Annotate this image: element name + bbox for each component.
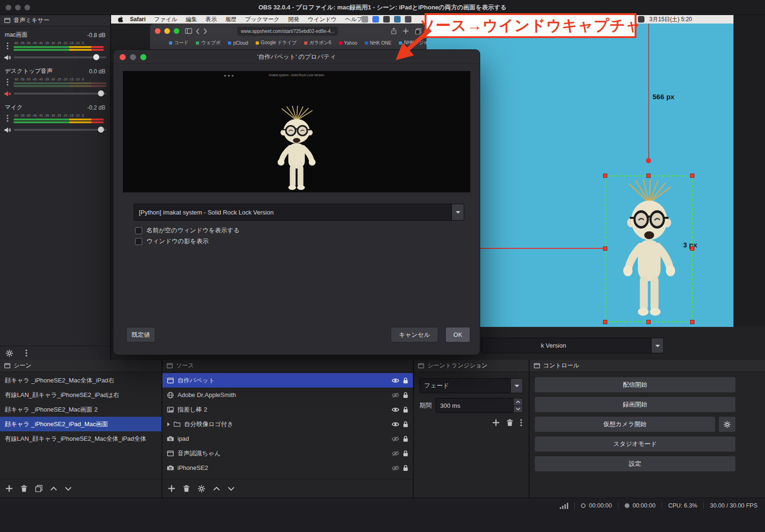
scene-row[interactable]: 有線LAN_顔キャラ_iPhoneSE2_iPadは右 [0,388,161,402]
scene-row[interactable]: 有線LAN_顔キャラ_iPhoneSE2_Mac全体_iPad全体 [0,431,161,446]
source-group-row[interactable]: 自分映像ロゴ付き [162,417,413,431]
menu-item-file[interactable]: ファイル [150,16,181,24]
virtual-camera-settings-button[interactable] [718,416,736,432]
zoom-icon[interactable] [174,28,179,34]
duration-spinbox[interactable]: 300 ms [435,398,523,413]
visibility-toggle-off[interactable] [392,436,399,442]
menu-item-window[interactable]: ウインドウ [304,16,341,24]
visibility-toggle-off[interactable] [392,465,399,471]
menu-item-develop[interactable]: 開発 [284,16,304,24]
slider-track[interactable] [14,56,106,58]
dialog-window-controls[interactable] [120,54,146,60]
mute-toggle-icon[interactable] [4,127,11,133]
channel-menu-icon[interactable] [4,41,11,49]
show-empty-windows-option[interactable]: 名前が空のウィンドウを表示する [135,227,240,234]
mixer-settings-gear-icon[interactable] [6,349,13,357]
zoom-window-icon[interactable] [24,5,30,10]
source-row[interactable]: ipad [162,431,413,446]
safari-window-controls[interactable] [155,28,179,34]
visibility-toggle-on[interactable] [392,378,399,383]
minimize-icon[interactable] [164,28,170,34]
menubar-status-icon[interactable] [383,16,390,23]
menubar-status-icon[interactable] [405,16,411,23]
chevron-down-icon[interactable] [510,379,523,393]
lock-toggle[interactable] [403,421,408,428]
scene-row[interactable]: 顔キャラ _iPhoneSE2_Mac画面 2 [0,402,161,417]
source-row[interactable]: iPhoneSE2 [162,461,413,475]
resize-handle-top-left[interactable] [603,174,607,178]
source-row[interactable]: Adobe Dr.AppleSmith [162,388,413,402]
close-icon[interactable] [155,28,161,34]
menu-item-history[interactable]: 履歴 [221,16,241,24]
mixer-menu-kebab-icon[interactable] [25,349,27,357]
mute-toggle-icon[interactable] [4,55,11,61]
spin-down-icon[interactable] [514,405,523,413]
volume-slider[interactable] [14,90,106,97]
bookmark-item[interactable]: Google ドライブ [256,40,297,46]
apple-menu-icon[interactable] [118,16,123,23]
slider-thumb[interactable] [93,54,99,60]
move-source-up-button[interactable] [213,487,220,491]
resize-handle-top[interactable] [646,174,651,178]
visibility-toggle-on[interactable] [392,407,399,413]
menu-item-view[interactable]: 表示 [201,16,221,24]
forward-icon[interactable] [203,28,207,34]
start-streaming-button[interactable]: 配信開始 [534,377,736,393]
visibility-toggle-off[interactable] [392,392,399,398]
move-scene-down-button[interactable] [65,487,72,491]
menu-item-bookmarks[interactable]: ブックマーク [241,16,283,24]
scene-row-selected[interactable]: 顔キャラ _iPhoneSE2_iPad_Mac画面 [0,417,161,431]
lock-toggle[interactable] [403,377,408,384]
lock-toggle[interactable] [403,450,408,457]
studio-mode-button[interactable]: スタジオモード [534,436,736,452]
bookmark-item[interactable]: ガラポン6 [304,40,331,46]
bookmark-item[interactable]: Yahoo [339,40,357,46]
resize-handle-bottom[interactable] [646,320,651,324]
slider-thumb[interactable] [98,90,104,96]
menubar-status-icon[interactable] [394,16,401,23]
cancel-button[interactable]: キャンセル [391,327,438,342]
defaults-button[interactable]: 既定値 [126,327,155,342]
settings-button[interactable]: 設定 [534,456,736,472]
move-source-down-button[interactable] [228,487,234,491]
resize-handle-bottom-left[interactable] [603,320,607,324]
channel-menu-icon[interactable] [4,114,11,122]
back-icon[interactable] [196,28,200,34]
source-properties-gear-button[interactable] [198,485,205,492]
add-scene-button[interactable] [6,485,13,492]
visibility-toggle-on[interactable] [392,421,399,427]
close-window-icon[interactable] [6,5,11,10]
bookmark-item[interactable]: ウェブポ [196,40,220,46]
slider-track[interactable] [14,129,106,131]
transition-select-combo[interactable]: フェード [419,378,523,393]
remove-source-button[interactable] [183,485,190,492]
transition-menu-kebab-icon[interactable] [520,419,522,426]
bookmark-item[interactable]: pCloud [228,40,248,46]
chevron-down-icon[interactable] [651,338,663,353]
start-recording-button[interactable]: 録画開始 [534,397,736,413]
resize-handle-top-right[interactable] [690,174,694,178]
source-row[interactable]: 音声認識ちゃん [162,446,413,461]
rotation-handle[interactable] [646,158,651,163]
bookmark-item[interactable]: コード [169,40,188,46]
volume-slider[interactable] [14,127,106,133]
lock-toggle[interactable] [403,406,408,413]
remove-scene-button[interactable] [21,485,27,492]
duplicate-scene-button[interactable] [35,485,42,492]
lock-toggle[interactable] [403,465,408,471]
ok-button[interactable]: OK [445,327,470,342]
source-row-selected[interactable]: 自作パペット [162,373,413,388]
start-virtual-camera-button[interactable]: 仮想カメラ開始 [534,416,716,432]
channel-menu-icon[interactable] [4,78,11,86]
remove-transition-button[interactable] [507,419,513,426]
show-window-shadow-option[interactable]: ウィンドウの影を表示 [135,238,209,245]
volume-slider[interactable] [14,54,106,61]
slider-thumb[interactable] [98,127,104,133]
mute-toggle-icon[interactable] [4,91,11,97]
checkbox-unchecked[interactable] [135,238,142,245]
sidebar-icon[interactable] [185,28,192,34]
source-row[interactable]: 指差し棒 2 [162,402,413,417]
scene-row[interactable]: 顔キャラ _iPhoneSE2_Mac全体_iPad右 [0,373,161,388]
move-scene-up-button[interactable] [50,487,57,491]
address-bar[interactable]: www.appsheet.com/start/725ebd02-ed8e-4..… [237,27,338,36]
